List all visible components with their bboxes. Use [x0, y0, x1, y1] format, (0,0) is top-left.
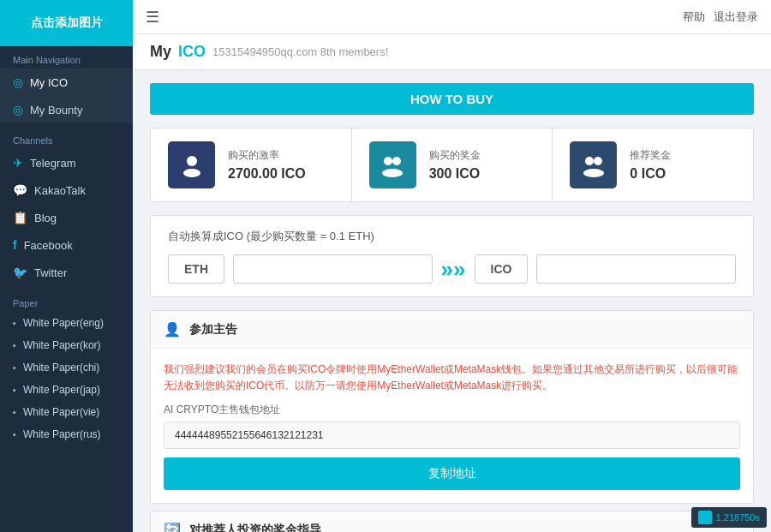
- ico-input[interactable]: 0: [536, 254, 736, 284]
- sidebar-item-twitter-label: Twitter: [34, 266, 67, 279]
- channels-label: Channels: [0, 127, 133, 149]
- how-to-buy-button[interactable]: HOW TO BUY: [150, 83, 754, 115]
- paper-vie-label: White Paper(vie): [23, 406, 99, 418]
- main-content: ☰ 帮助 退出登录 My ICO 15315494950qq.com 8th m…: [133, 0, 771, 532]
- exchange-section: 自动换算成ICO (最少购买数量 = 0.1 ETH) ETH »» ICO 0: [150, 215, 754, 297]
- telegram-icon: ✈: [13, 156, 23, 170]
- sidebar-item-my-bounty-label: My Bounty: [30, 104, 82, 117]
- paper-item-vie[interactable]: ▪ White Paper(vie): [0, 401, 133, 423]
- referral-accordion: 🔄 对推荐人投资的奖金指导: [150, 511, 754, 532]
- stat-icon-purchase-bonus: [369, 141, 416, 188]
- ico-icon: ◎: [13, 75, 23, 89]
- topbar: ☰ 帮助 退出登录: [133, 0, 771, 34]
- sidebar-item-facebook-label: Facebook: [24, 239, 73, 252]
- exchange-row: ETH »» ICO 0: [168, 254, 736, 284]
- join-accordion-title: 参加主告: [189, 322, 237, 338]
- copy-address-button[interactable]: 复制地址: [164, 457, 740, 490]
- twitter-icon: 🐦: [13, 266, 27, 279]
- paper-item-chi[interactable]: ▪ White Paper(chi): [0, 356, 133, 379]
- logo-button[interactable]: 点击添加图片: [0, 0, 133, 46]
- eth-badge: ETH: [168, 254, 224, 284]
- paper-eng-icon: ▪: [13, 318, 16, 328]
- stat-icon-purchase-rate: [168, 141, 215, 188]
- bounty-icon: ◎: [13, 103, 23, 117]
- help-link[interactable]: 帮助: [683, 9, 705, 25]
- address-display: 44444489552155646132121231: [164, 421, 740, 449]
- kakaotalk-icon: 💬: [13, 183, 27, 197]
- svg-point-1: [183, 169, 200, 177]
- bottom-badge-label: 1.218750s: [716, 512, 760, 523]
- stat-label-referral-bonus: 推荐奖金: [630, 148, 671, 163]
- stat-info-purchase-rate: 购买的激率 2700.00 ICO: [228, 148, 306, 182]
- page-header: My ICO 15315494950qq.com 8th members!: [133, 34, 771, 70]
- referral-icon: 🔄: [164, 522, 181, 532]
- paper-vie-icon: ▪: [13, 407, 16, 417]
- paper-item-rus[interactable]: ▪ White Paper(rus): [0, 423, 133, 445]
- logout-link[interactable]: 退出登录: [714, 9, 758, 25]
- svg-point-5: [585, 157, 594, 165]
- join-accordion-header[interactable]: 👤 参加主告: [151, 311, 753, 348]
- paper-kor-icon: ▪: [13, 340, 16, 350]
- paper-jap-label: White Paper(jap): [23, 384, 100, 396]
- topbar-right: 帮助 退出登录: [683, 9, 758, 25]
- sidebar-item-facebook[interactable]: f Facebook: [0, 231, 133, 259]
- arrow-icon: »»: [441, 256, 466, 283]
- sidebar-item-my-bounty[interactable]: ◎ My Bounty: [0, 96, 133, 123]
- hamburger-button[interactable]: ☰: [146, 8, 159, 27]
- topbar-left: ☰: [146, 8, 159, 27]
- address-field-label: AI CRYPTO主售钱包地址: [164, 403, 740, 417]
- stat-label-purchase-rate: 购买的激率: [228, 148, 306, 163]
- paper-item-jap[interactable]: ▪ White Paper(jap): [0, 379, 133, 401]
- referral-accordion-header[interactable]: 🔄 对推荐人投资的奖金指导: [151, 511, 753, 532]
- stat-info-purchase-bonus: 购买的奖金 300 ICO: [429, 148, 481, 182]
- sidebar-item-kakaotalk-label: KakaoTalk: [34, 184, 86, 197]
- sidebar-item-kakaotalk[interactable]: 💬 KakaoTalk: [0, 176, 133, 204]
- ico-badge: ICO: [475, 254, 529, 284]
- sidebar: 点击添加图片 Main Navigation ◎ My ICO ◎ My Bou…: [0, 0, 133, 532]
- svg-point-2: [384, 157, 392, 165]
- stat-info-referral-bonus: 推荐奖金 0 ICO: [630, 148, 671, 182]
- paper-item-eng[interactable]: ▪ White Paper(eng): [0, 312, 133, 334]
- stat-value-referral-bonus: 0 ICO: [630, 166, 671, 182]
- svg-point-7: [583, 169, 604, 177]
- paper-item-kor[interactable]: ▪ White Paper(kor): [0, 334, 133, 356]
- sidebar-item-twitter[interactable]: 🐦 Twitter: [0, 259, 133, 286]
- stat-label-purchase-bonus: 购买的奖金: [429, 148, 481, 163]
- paper-rus-icon: ▪: [13, 429, 16, 439]
- svg-point-6: [594, 157, 602, 165]
- paper-chi-icon: ▪: [13, 362, 16, 373]
- svg-point-3: [392, 157, 401, 165]
- stat-card-purchase-rate: 购买的激率 2700.00 ICO: [151, 129, 352, 201]
- badge-logo-icon: [698, 511, 712, 524]
- paper-rus-label: White Paper(rus): [23, 428, 101, 440]
- page-title-ico: ICO: [178, 43, 206, 61]
- join-accordion-content: 我们强烈建议我们的会员在购买ICO令牌时使用MyEtherWallet或Meta…: [151, 348, 753, 503]
- sidebar-item-blog[interactable]: 📋 Blog: [0, 204, 133, 231]
- referral-accordion-title: 对推荐人投资的奖金指导: [189, 523, 321, 532]
- sidebar-item-telegram[interactable]: ✈ Telegram: [0, 149, 133, 176]
- stats-row: 购买的激率 2700.00 ICO 购买的奖金 300 ICO: [150, 128, 754, 202]
- blog-icon: 📋: [13, 211, 27, 224]
- join-accordion: 👤 参加主告 我们强烈建议我们的会员在购买ICO令牌时使用MyEtherWall…: [150, 310, 754, 504]
- stat-icon-referral-bonus: [570, 141, 617, 188]
- sidebar-item-my-ico[interactable]: ◎ My ICO: [0, 69, 133, 96]
- eth-input[interactable]: [233, 254, 433, 284]
- paper-eng-label: White Paper(eng): [23, 317, 104, 329]
- paper-label: Paper: [0, 290, 133, 312]
- content-area: HOW TO BUY 购买的激率 2700.00 ICO: [133, 70, 771, 532]
- page-title-my: My: [150, 43, 171, 61]
- paper-chi-label: White Paper(chi): [23, 362, 99, 374]
- sidebar-item-telegram-label: Telegram: [30, 157, 75, 170]
- page-subtitle: 15315494950qq.com 8th members!: [212, 45, 388, 58]
- sidebar-item-my-ico-label: My ICO: [30, 76, 68, 89]
- exchange-label: 自动换算成ICO (最少购买数量 = 0.1 ETH): [168, 229, 736, 244]
- stat-value-purchase-bonus: 300 ICO: [429, 166, 481, 182]
- join-icon: 👤: [164, 321, 181, 338]
- facebook-icon: f: [13, 238, 17, 252]
- sidebar-item-blog-label: Blog: [34, 212, 57, 224]
- nav-section-label: Main Navigation: [0, 46, 133, 69]
- svg-point-0: [187, 156, 197, 166]
- svg-point-4: [382, 169, 403, 177]
- stat-value-purchase-rate: 2700.00 ICO: [228, 166, 306, 182]
- bottom-badge: 1.218750s: [691, 507, 767, 528]
